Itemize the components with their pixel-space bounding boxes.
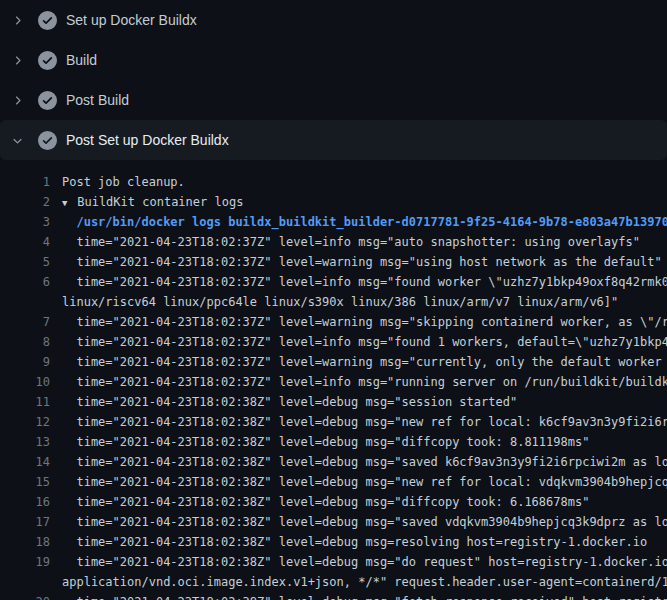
log-line: 19 time="2021-04-23T18:02:38Z" level=deb…: [0, 552, 667, 572]
chevron-right-icon: [11, 94, 24, 107]
log-line: 14 time="2021-04-23T18:02:38Z" level=deb…: [0, 452, 667, 472]
log-line: 16 time="2021-04-23T18:02:38Z" level=deb…: [0, 492, 667, 512]
log-line-text: time="2021-04-23T18:02:37Z" level=info m…: [62, 272, 667, 292]
log-line: 15 time="2021-04-23T18:02:38Z" level=deb…: [0, 472, 667, 492]
log-line-number[interactable]: 8: [0, 332, 50, 352]
check-circle-icon: [38, 11, 57, 30]
log-line: 13 time="2021-04-23T18:02:38Z" level=deb…: [0, 432, 667, 452]
log-line: 17 time="2021-04-23T18:02:38Z" level=deb…: [0, 512, 667, 532]
log-line-number[interactable]: 15: [0, 472, 50, 492]
log-line-text: time="2021-04-23T18:02:38Z" level=debug …: [62, 512, 667, 532]
log-line-number[interactable]: 19: [0, 552, 50, 572]
log-line-text: linux/riscv64 linux/ppc64le linux/s390x …: [62, 292, 618, 312]
log-line-text: time="2021-04-23T18:02:37Z" level=warnin…: [62, 252, 662, 272]
log-line-text: time="2021-04-23T18:02:38Z" level=debug …: [62, 472, 667, 492]
log-line-number[interactable]: 10: [0, 372, 50, 392]
log-group-collapse-icon[interactable]: ▼: [62, 193, 70, 212]
log-line-number: [0, 572, 50, 592]
log-line-text: time="2021-04-23T18:02:38Z" level=debug …: [62, 412, 667, 432]
log-viewer: 1Post job cleanup.2▼ BuildKit container …: [0, 160, 667, 600]
log-line: 18 time="2021-04-23T18:02:38Z" level=deb…: [0, 532, 667, 552]
log-line-number[interactable]: 9: [0, 352, 50, 372]
log-line-number[interactable]: 7: [0, 312, 50, 332]
chevron-right-icon: [11, 54, 24, 67]
log-line-number[interactable]: 2: [0, 192, 50, 212]
log-line-text: time="2021-04-23T18:02:38Z" level=debug …: [62, 452, 667, 472]
log-line-text: time="2021-04-23T18:02:37Z" level=info m…: [62, 232, 640, 252]
log-line: 3 /usr/bin/docker logs buildx_buildkit_b…: [0, 212, 667, 232]
log-line-text: time="2021-04-23T18:02:38Z" level=debug …: [62, 592, 667, 600]
step-label: Post Set up Docker Buildx: [66, 132, 229, 148]
log-line-text: time="2021-04-23T18:02:38Z" level=debug …: [62, 392, 517, 412]
log-line: 9 time="2021-04-23T18:02:37Z" level=warn…: [0, 352, 667, 372]
step-row-build[interactable]: Build: [0, 40, 667, 80]
log-line: 1Post job cleanup.: [0, 172, 667, 192]
log-line-number[interactable]: 13: [0, 432, 50, 452]
log-line-text: time="2021-04-23T18:02:38Z" level=debug …: [62, 492, 589, 512]
log-line-text: time="2021-04-23T18:02:37Z" level=warnin…: [62, 312, 667, 332]
log-line: 6 time="2021-04-23T18:02:37Z" level=info…: [0, 272, 667, 292]
log-line-number[interactable]: 11: [0, 392, 50, 412]
log-line-number[interactable]: 17: [0, 512, 50, 532]
log-line-number[interactable]: 20: [0, 592, 50, 600]
step-label: Build: [66, 52, 97, 68]
actions-log-panel: Set up Docker Buildx Build Post Build: [0, 0, 667, 600]
log-line-text: time="2021-04-23T18:02:37Z" level=info m…: [62, 332, 667, 352]
log-line-text: time="2021-04-23T18:02:38Z" level=debug …: [62, 552, 667, 572]
log-line: 10 time="2021-04-23T18:02:37Z" level=inf…: [0, 372, 667, 392]
step-row-post-set-up-docker-buildx[interactable]: Post Set up Docker Buildx: [0, 120, 667, 160]
log-line: 8 time="2021-04-23T18:02:37Z" level=info…: [0, 332, 667, 352]
log-line-text: time="2021-04-23T18:02:37Z" level=info m…: [62, 372, 667, 392]
log-line-continuation: application/vnd.oci.image.index.v1+json,…: [0, 572, 667, 592]
check-circle-icon: [38, 51, 57, 70]
log-line-text: /usr/bin/docker logs buildx_buildkit_bui…: [62, 212, 667, 232]
step-label: Set up Docker Buildx: [66, 12, 197, 28]
log-line-number[interactable]: 14: [0, 452, 50, 472]
log-line-text: time="2021-04-23T18:02:37Z" level=warnin…: [62, 352, 667, 372]
log-line-number[interactable]: 5: [0, 252, 50, 272]
log-line-text: time="2021-04-23T18:02:38Z" level=debug …: [62, 432, 589, 452]
log-line: 5 time="2021-04-23T18:02:37Z" level=warn…: [0, 252, 667, 272]
log-line: 11 time="2021-04-23T18:02:38Z" level=deb…: [0, 392, 667, 412]
log-line-number[interactable]: 1: [0, 172, 50, 192]
log-line-number[interactable]: 16: [0, 492, 50, 512]
step-label: Post Build: [66, 92, 129, 108]
log-line-number[interactable]: 3: [0, 212, 50, 232]
log-line-continuation: linux/riscv64 linux/ppc64le linux/s390x …: [0, 292, 667, 312]
chevron-right-icon: [11, 14, 24, 27]
check-circle-icon: [38, 91, 57, 110]
chevron-down-icon: [11, 134, 24, 147]
log-line-number[interactable]: 12: [0, 412, 50, 432]
log-line-number[interactable]: 4: [0, 232, 50, 252]
log-line: 2▼ BuildKit container logs: [0, 192, 667, 212]
log-line-number[interactable]: 6: [0, 272, 50, 292]
steps-list: Set up Docker Buildx Build Post Build: [0, 0, 667, 160]
step-row-set-up-docker-buildx[interactable]: Set up Docker Buildx: [0, 0, 667, 40]
log-line: 4 time="2021-04-23T18:02:37Z" level=info…: [0, 232, 667, 252]
log-line-text: ▼ BuildKit container logs: [62, 192, 243, 212]
step-row-post-build[interactable]: Post Build: [0, 80, 667, 120]
log-line: 20 time="2021-04-23T18:02:38Z" level=deb…: [0, 592, 667, 600]
log-line-number[interactable]: 18: [0, 532, 50, 552]
log-line-text: time="2021-04-23T18:02:38Z" level=debug …: [62, 532, 647, 552]
log-line: 12 time="2021-04-23T18:02:38Z" level=deb…: [0, 412, 667, 432]
log-line-text: Post job cleanup.: [62, 172, 185, 192]
check-circle-icon: [38, 131, 57, 150]
log-line-number: [0, 292, 50, 312]
log-line-text: application/vnd.oci.image.index.v1+json,…: [62, 572, 667, 592]
log-line: 7 time="2021-04-23T18:02:37Z" level=warn…: [0, 312, 667, 332]
